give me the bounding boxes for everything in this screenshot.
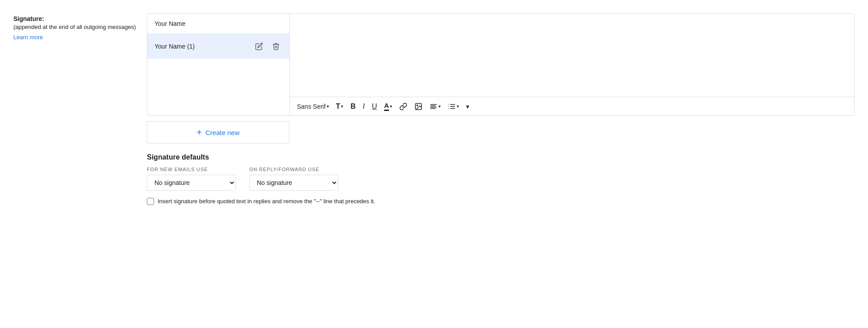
right-content: Your Name Your Name (1) [147,13,855,206]
signature-item-name-1: Your Name (1) [154,43,195,50]
italic-label: I [363,102,365,111]
insert-signature-checkbox[interactable] [147,198,154,205]
signature-defaults-title: Signature defaults [147,153,855,161]
bold-button[interactable]: B [348,101,358,112]
subtitle: (appended at the end of all outgoing mes… [13,23,138,31]
signature-checkbox-row: Insert signature before quoted text in r… [147,197,855,206]
edit-signature-button[interactable] [253,40,265,53]
align-chevron: ▾ [438,104,441,109]
on-reply-col: ON REPLY/FORWARD USE No signature Your N… [249,167,338,191]
signature-list: Your Name Your Name (1) [147,14,290,115]
pencil-icon [255,42,263,50]
link-button[interactable] [397,101,410,112]
delete-signature-button[interactable] [270,40,282,53]
list-button[interactable]: ▾ [445,101,462,112]
font-size-label: T [336,102,341,111]
for-new-emails-col: FOR NEW EMAILS USE No signature Your Nam… [147,167,236,191]
italic-button[interactable]: I [360,101,367,112]
insert-signature-label: Insert signature before quoted text in r… [158,197,375,206]
font-family-button[interactable]: Sans Serif ▾ [294,101,332,112]
trash-icon [272,42,280,50]
signature-title: Signature: [13,15,44,22]
align-icon [430,102,438,111]
for-new-emails-label: FOR NEW EMAILS USE [147,167,236,172]
list-chevron: ▾ [457,104,459,109]
on-reply-label: ON REPLY/FORWARD USE [249,167,338,172]
create-new-plus: + [197,128,202,137]
signature-defaults-row: FOR NEW EMAILS USE No signature Your Nam… [147,167,855,191]
signature-item-name-0: Your Name [154,20,186,27]
font-size-chevron: ▾ [341,104,343,109]
underline-button[interactable]: U [369,101,380,112]
bold-label: B [350,102,356,111]
for-new-emails-select[interactable]: No signature Your Name Your Name (1) [147,175,236,191]
signature-item-0[interactable]: Your Name [147,14,289,34]
image-icon [414,102,422,111]
signature-item-1[interactable]: Your Name (1) [147,34,289,59]
list-icon [448,102,456,111]
learn-more-link[interactable]: Learn more [13,34,138,41]
on-reply-select[interactable]: No signature Your Name Your Name (1) [249,175,338,191]
font-size-button[interactable]: T ▾ [333,101,346,112]
font-color-chevron: ▾ [390,104,392,109]
font-color-label: A [384,102,389,111]
more-icon: ▾ [466,103,469,110]
align-button[interactable]: ▾ [427,101,443,112]
font-family-chevron: ▾ [327,104,329,109]
create-new-button[interactable]: + Create new [147,121,289,144]
signature-defaults: Signature defaults FOR NEW EMAILS USE No… [147,153,855,206]
underline-label: U [372,102,377,111]
editor-toolbar: Sans Serif ▾ T ▾ B I U [290,97,854,115]
editor-content[interactable] [290,14,854,97]
more-button[interactable]: ▾ [463,101,472,112]
create-new-label: Create new [205,129,239,136]
signature-item-actions-1 [253,40,282,53]
link-icon [399,102,407,111]
signature-editor-area: Sans Serif ▾ T ▾ B I U [290,14,854,115]
left-label: Signature: (appended at the end of all o… [13,13,147,41]
signature-panel: Your Name Your Name (1) [147,13,855,116]
image-button[interactable] [412,101,425,112]
font-color-button[interactable]: A ▾ [381,100,395,113]
svg-point-1 [417,105,418,106]
font-family-label: Sans Serif [297,103,326,110]
main-container: Signature: (appended at the end of all o… [0,9,868,210]
